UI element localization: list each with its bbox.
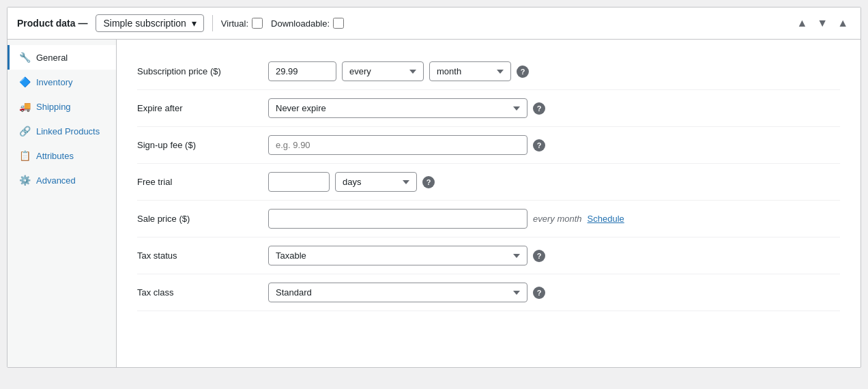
subscription-price-controls: every every 2 every 3 day week month yea… bbox=[268, 61, 840, 81]
subscription-price-help-icon[interactable]: ? bbox=[517, 66, 529, 78]
expire-after-help-icon[interactable]: ? bbox=[533, 102, 545, 115]
collapse-button[interactable]: ▲ bbox=[835, 16, 851, 31]
signup-fee-label: Sign-up fee ($) bbox=[137, 140, 260, 150]
sidebar-item-linked-products[interactable]: 🔗 Linked Products bbox=[8, 119, 116, 143]
sidebar-label-advanced: Advanced bbox=[36, 175, 76, 186]
tax-class-row: Tax class Standard Reduced rate Zero rat… bbox=[137, 274, 840, 311]
signup-fee-row: Sign-up fee ($) ? bbox=[137, 127, 840, 164]
product-data-panel: Product data — Simple subscription ▾ Vir… bbox=[7, 7, 861, 368]
separator-vertical bbox=[212, 15, 213, 31]
scroll-up-button[interactable]: ▲ bbox=[794, 16, 810, 31]
scroll-down-button[interactable]: ▼ bbox=[814, 16, 830, 31]
sale-price-info: every month bbox=[533, 214, 582, 224]
free-trial-help-icon[interactable]: ? bbox=[422, 176, 435, 188]
subscription-price-input[interactable] bbox=[268, 61, 336, 81]
header-arrows: ▲ ▼ ▲ bbox=[794, 16, 851, 31]
sale-price-controls: every month Schedule bbox=[268, 209, 840, 229]
expire-after-row: Expire after Never expire 1 month 2 mont… bbox=[137, 90, 840, 127]
product-data-header: Product data — Simple subscription ▾ Vir… bbox=[8, 8, 860, 40]
grid-icon: 📋 bbox=[19, 150, 31, 161]
sidebar-label-attributes: Attributes bbox=[36, 151, 74, 161]
expire-after-label: Expire after bbox=[137, 103, 260, 113]
signup-fee-input[interactable] bbox=[268, 135, 527, 155]
every-select[interactable]: every every 2 every 3 bbox=[342, 61, 424, 81]
sidebar-item-general[interactable]: 🔧 General bbox=[8, 45, 116, 70]
free-trial-period-select[interactable]: days weeks months bbox=[335, 172, 417, 192]
diamond-icon: 🔷 bbox=[19, 76, 31, 87]
tax-status-select[interactable]: Taxable Shipping only None bbox=[268, 246, 527, 265]
virtual-text: Virtual: bbox=[221, 18, 248, 29]
period-select[interactable]: day week month year bbox=[429, 61, 511, 81]
truck-icon: 🚚 bbox=[19, 101, 31, 112]
free-trial-number-input[interactable] bbox=[268, 172, 330, 192]
free-trial-label: Free trial bbox=[137, 177, 260, 187]
sidebar-item-advanced[interactable]: ⚙️ Advanced bbox=[8, 168, 116, 192]
sidebar-label-general: General bbox=[36, 53, 68, 63]
free-trial-controls: days weeks months ? bbox=[268, 172, 840, 192]
virtual-checkbox[interactable] bbox=[252, 18, 263, 29]
downloadable-text: Downloadable: bbox=[271, 18, 330, 29]
sale-price-label: Sale price ($) bbox=[137, 214, 260, 224]
gear-icon: ⚙️ bbox=[19, 175, 31, 186]
link-icon: 🔗 bbox=[19, 126, 31, 136]
signup-fee-controls: ? bbox=[268, 135, 840, 155]
product-data-title: Product data — bbox=[17, 18, 87, 29]
tax-class-controls: Standard Reduced rate Zero rate ? bbox=[268, 283, 840, 302]
product-type-chevron: ▾ bbox=[192, 18, 197, 29]
schedule-link[interactable]: Schedule bbox=[588, 214, 624, 224]
signup-fee-help-icon[interactable]: ? bbox=[533, 139, 545, 152]
sidebar: 🔧 General 🔷 Inventory 🚚 Shipping 🔗 Linke… bbox=[8, 40, 117, 367]
product-type-select[interactable]: Simple subscription ▾ bbox=[96, 14, 203, 32]
sidebar-item-inventory[interactable]: 🔷 Inventory bbox=[8, 70, 116, 94]
tax-class-select[interactable]: Standard Reduced rate Zero rate bbox=[268, 283, 527, 302]
sidebar-label-inventory: Inventory bbox=[36, 77, 72, 87]
tax-status-label: Tax status bbox=[137, 250, 260, 261]
tax-class-help-icon[interactable]: ? bbox=[533, 287, 545, 299]
sale-price-row: Sale price ($) every month Schedule bbox=[137, 201, 840, 237]
tax-status-help-icon[interactable]: ? bbox=[533, 250, 545, 262]
tax-status-row: Tax status Taxable Shipping only None ? bbox=[137, 237, 840, 274]
expire-after-select[interactable]: Never expire 1 month 2 months 3 months 6… bbox=[268, 98, 527, 118]
sidebar-item-attributes[interactable]: 📋 Attributes bbox=[8, 143, 116, 168]
subscription-price-row: Subscription price ($) every every 2 eve… bbox=[137, 53, 840, 90]
tax-class-label: Tax class bbox=[137, 287, 260, 298]
free-trial-row: Free trial days weeks months ? bbox=[137, 164, 840, 201]
tax-status-controls: Taxable Shipping only None ? bbox=[268, 246, 840, 265]
product-data-body: 🔧 General 🔷 Inventory 🚚 Shipping 🔗 Linke… bbox=[8, 40, 860, 367]
sidebar-item-shipping[interactable]: 🚚 Shipping bbox=[8, 94, 116, 119]
virtual-label[interactable]: Virtual: bbox=[221, 18, 263, 29]
downloadable-label[interactable]: Downloadable: bbox=[271, 18, 344, 29]
subscription-price-label: Subscription price ($) bbox=[137, 66, 260, 76]
sidebar-label-linked-products: Linked Products bbox=[36, 126, 100, 136]
sale-price-input[interactable] bbox=[268, 209, 527, 229]
expire-after-controls: Never expire 1 month 2 months 3 months 6… bbox=[268, 98, 840, 118]
downloadable-checkbox[interactable] bbox=[333, 18, 344, 29]
sidebar-label-shipping: Shipping bbox=[36, 102, 71, 112]
wrench-icon: 🔧 bbox=[19, 52, 31, 63]
product-type-label: Simple subscription bbox=[103, 18, 186, 29]
main-content: Subscription price ($) every every 2 eve… bbox=[117, 40, 860, 367]
